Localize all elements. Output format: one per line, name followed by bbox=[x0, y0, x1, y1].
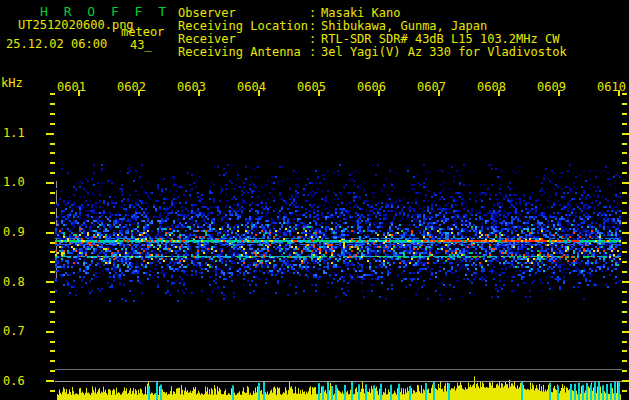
y-axis-tick bbox=[46, 331, 54, 333]
y-axis-tick bbox=[46, 380, 54, 382]
y-axis-tick bbox=[622, 162, 627, 164]
x-axis-tick bbox=[498, 90, 500, 96]
x-axis-tick-label: 0603 bbox=[177, 81, 206, 94]
x-axis-tick bbox=[198, 90, 200, 96]
y-axis-tick bbox=[50, 311, 55, 313]
y-axis-tick bbox=[622, 242, 627, 244]
datetime-label: 25.12.02 06:00 bbox=[6, 38, 107, 51]
x-axis-tick-label: 0607 bbox=[417, 81, 446, 94]
y-axis-tick bbox=[622, 133, 629, 135]
y-axis-tick bbox=[622, 271, 627, 273]
y-axis-tick bbox=[50, 152, 55, 154]
y-axis-tick bbox=[622, 301, 627, 303]
y-axis-tick bbox=[622, 152, 627, 154]
y-axis-tick bbox=[50, 93, 55, 95]
y-axis-tick bbox=[622, 341, 627, 343]
x-axis-tick bbox=[318, 90, 320, 96]
y-axis-tick bbox=[46, 182, 54, 184]
x-axis-tick bbox=[258, 90, 260, 96]
y-axis-tick bbox=[50, 341, 55, 343]
x-axis-tick bbox=[558, 90, 560, 96]
x-axis-tick-label: 0604 bbox=[237, 81, 266, 94]
x-axis-tick-label: 0601 bbox=[57, 81, 86, 94]
spectrogram-canvas bbox=[55, 160, 621, 302]
y-axis-tick bbox=[622, 103, 627, 105]
y-axis-tick bbox=[50, 321, 55, 323]
y-axis-tick bbox=[622, 390, 627, 392]
y-axis-tick bbox=[622, 291, 627, 293]
y-axis-tick bbox=[50, 143, 55, 145]
y-axis-unit-label: kHz bbox=[1, 77, 23, 90]
y-axis-tick bbox=[622, 172, 627, 174]
field-colon: : bbox=[309, 46, 316, 59]
y-axis-tick bbox=[622, 251, 627, 253]
y-axis-tick-label: 1.1 bbox=[3, 127, 25, 140]
y-axis-tick bbox=[622, 370, 627, 372]
y-axis-tick-label: 1.0 bbox=[3, 176, 25, 189]
y-axis-tick bbox=[622, 281, 629, 283]
x-axis-tick bbox=[438, 90, 440, 96]
noise-level-strip-canvas bbox=[55, 363, 622, 400]
x-axis-tick-label: 0606 bbox=[357, 81, 386, 94]
y-axis-tick bbox=[46, 281, 54, 283]
field-value: 3el Yagi(V) Az 330 for Vladivostok bbox=[321, 46, 567, 59]
x-axis-tick-label: 0602 bbox=[117, 81, 146, 94]
app-title: H R O F F T bbox=[40, 5, 170, 18]
y-axis-tick bbox=[622, 113, 627, 115]
x-axis-tick bbox=[618, 90, 620, 96]
y-axis-tick bbox=[622, 360, 627, 362]
y-axis-tick bbox=[50, 113, 55, 115]
y-axis-tick bbox=[622, 202, 627, 204]
y-axis-tick bbox=[622, 182, 629, 184]
y-axis-tick bbox=[50, 350, 55, 352]
y-axis-tick bbox=[622, 321, 627, 323]
y-axis-tick bbox=[46, 133, 54, 135]
y-axis-tick-label: 0.6 bbox=[3, 375, 25, 388]
y-axis-tick bbox=[622, 380, 629, 382]
x-axis-tick-label: 0608 bbox=[477, 81, 506, 94]
y-axis-tick bbox=[622, 222, 627, 224]
x-axis-tick bbox=[78, 90, 80, 96]
y-axis-tick bbox=[50, 103, 55, 105]
output-filename: UT2512020600.png bbox=[18, 19, 134, 32]
x-axis-tick-label: 0605 bbox=[297, 81, 326, 94]
count-value: 43_ bbox=[130, 39, 152, 52]
x-axis-tick-label: 0610 bbox=[597, 81, 626, 94]
y-axis-tick bbox=[622, 331, 629, 333]
y-axis-tick bbox=[50, 360, 55, 362]
y-axis-tick bbox=[622, 123, 627, 125]
y-axis-tick bbox=[622, 232, 629, 234]
y-axis-tick bbox=[622, 261, 627, 263]
x-axis-tick bbox=[138, 90, 140, 96]
hrofft-screen: H R O F F T UT2512020600.png meteor 25.1… bbox=[0, 0, 629, 400]
y-axis-tick-label: 0.9 bbox=[3, 226, 25, 239]
y-axis-tick bbox=[622, 192, 627, 194]
y-axis-tick bbox=[46, 232, 54, 234]
y-axis-tick bbox=[622, 350, 627, 352]
x-axis-tick bbox=[378, 90, 380, 96]
y-axis-tick bbox=[50, 123, 55, 125]
y-axis-tick-label: 0.8 bbox=[3, 276, 25, 289]
y-axis-tick bbox=[622, 143, 627, 145]
x-axis-tick-label: 0609 bbox=[537, 81, 566, 94]
field-label: Receiving Antenna bbox=[178, 46, 301, 59]
y-axis-tick-label: 0.7 bbox=[3, 325, 25, 338]
y-axis-tick bbox=[622, 212, 627, 214]
y-axis-tick bbox=[622, 311, 627, 313]
